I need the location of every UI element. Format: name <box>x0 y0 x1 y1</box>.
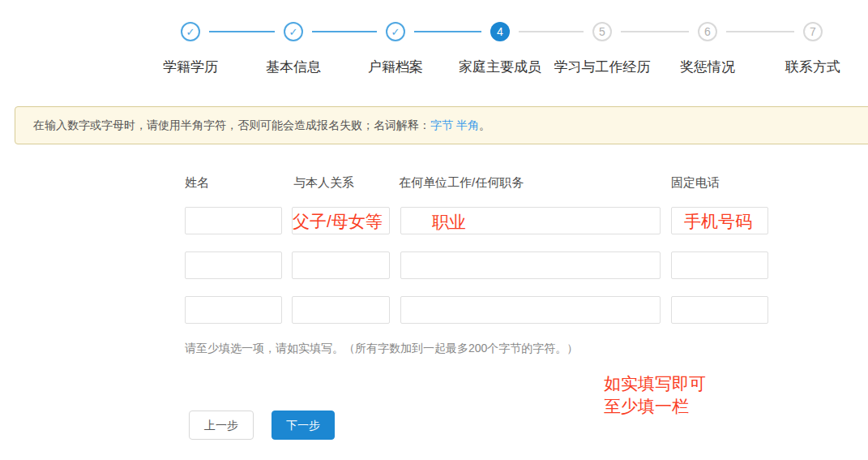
byte-term-link[interactable]: 字节 <box>430 118 453 131</box>
workunit-input-row2[interactable] <box>400 251 661 279</box>
name-input-row2[interactable] <box>185 251 282 279</box>
step-4-label: 家庭主要成员 <box>459 58 541 76</box>
header-phone: 固定电话 <box>671 175 720 191</box>
registration-wizard-page: ✓ ✓ ✓ 4 5 6 7 学籍学历 基本信息 户籍档案 家庭主要成员 学习与工… <box>0 0 868 460</box>
step-7-circle[interactable]: 7 <box>803 22 823 41</box>
relation-input-row1[interactable] <box>292 207 390 234</box>
annotation-bottom-line1: 如实填写即可 <box>604 373 706 393</box>
annotation-bottom-line2: 至少填一栏 <box>604 396 689 416</box>
step-7-label: 联系方式 <box>785 58 840 76</box>
step-1-label: 学籍学历 <box>163 58 218 76</box>
notice-text: 在输入数字或字母时，请使用半角字符，否则可能会造成报名失败；名词解释：字节 半角… <box>33 118 490 133</box>
header-name: 姓名 <box>185 175 209 191</box>
header-workunit: 在何单位工作/任何职务 <box>399 175 524 191</box>
halfwidth-term-link[interactable]: 半角 <box>456 118 479 131</box>
step-3-label: 户籍档案 <box>368 58 423 76</box>
step-connector <box>726 31 794 32</box>
prev-step-button[interactable]: 上一步 <box>189 411 254 440</box>
step-connector <box>414 31 481 32</box>
name-input-row1[interactable] <box>185 207 282 234</box>
relation-input-row2[interactable] <box>292 251 390 279</box>
step-connector <box>312 31 377 32</box>
step-connector <box>209 31 275 32</box>
notice-message: 在输入数字或字母时，请使用半角字符，否则可能会造成报名失败；名词解释： <box>33 118 430 131</box>
step-2-label: 基本信息 <box>266 58 321 76</box>
step-5-circle[interactable]: 5 <box>592 22 612 41</box>
next-step-button[interactable]: 下一步 <box>272 411 335 440</box>
form-note: 请至少填选一项，请如实填写。（所有字数加到一起最多200个字节的字符。） <box>185 342 578 356</box>
phone-input-row3[interactable] <box>671 296 768 324</box>
step-6-label: 奖惩情况 <box>680 58 735 76</box>
step-4-circle[interactable]: 4 <box>490 22 510 41</box>
phone-input-row1[interactable] <box>671 207 768 234</box>
name-input-row3[interactable] <box>185 296 282 324</box>
workunit-input-row1[interactable] <box>400 207 661 234</box>
workunit-input-row3[interactable] <box>400 296 661 324</box>
step-connector <box>519 31 584 32</box>
halfwidth-notice-banner: 在输入数字或字母时，请使用半角字符，否则可能会造成报名失败；名词解释：字节 半角… <box>15 106 868 144</box>
step-3-circle[interactable]: ✓ <box>386 22 405 41</box>
header-relation: 与本人关系 <box>293 175 354 191</box>
check-icon: ✓ <box>186 27 195 37</box>
phone-input-row2[interactable] <box>671 251 768 279</box>
step-connector <box>621 31 689 32</box>
check-icon: ✓ <box>289 27 298 37</box>
notice-suffix: 。 <box>479 118 490 131</box>
relation-input-row3[interactable] <box>292 296 390 324</box>
step-6-circle[interactable]: 6 <box>698 22 717 41</box>
step-5-label: 学习与工作经历 <box>554 58 651 76</box>
step-2-circle[interactable]: ✓ <box>284 22 303 41</box>
step-1-circle[interactable]: ✓ <box>181 22 200 41</box>
check-icon: ✓ <box>391 27 400 37</box>
